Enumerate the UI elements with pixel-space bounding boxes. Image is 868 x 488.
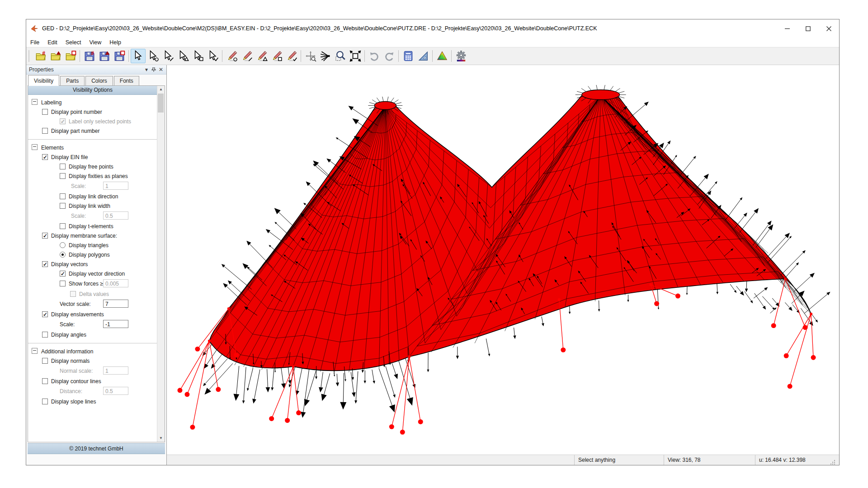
checkbox-display-link-width[interactable] — [60, 203, 66, 209]
menu-edit[interactable]: Edit — [43, 38, 61, 47]
enslavement-point[interactable] — [184, 392, 189, 397]
checkbox-display-free-points[interactable] — [60, 164, 66, 169]
resize-grip-icon[interactable] — [830, 460, 835, 465]
enslavement-point[interactable] — [400, 430, 405, 435]
tab-visibility[interactable]: Visibility — [28, 75, 59, 86]
enslavement-point[interactable] — [269, 416, 274, 421]
checkbox-display-link-direction[interactable] — [60, 193, 66, 199]
enslavement-point[interactable] — [190, 425, 195, 430]
input-vector-scale[interactable]: 7 — [103, 300, 128, 308]
input-scale[interactable]: 1 — [103, 182, 128, 190]
panel-scrollbar[interactable]: ▲ ▼ — [157, 86, 165, 442]
checkbox-display-point-number[interactable] — [42, 109, 48, 115]
enslavement-point[interactable] — [234, 352, 239, 357]
collapse-icon[interactable] — [32, 348, 38, 354]
collapse-icon[interactable] — [32, 144, 38, 150]
panel-pin-icon[interactable] — [150, 66, 157, 73]
tab-parts[interactable]: Parts — [60, 76, 85, 86]
select-points-tool[interactable] — [146, 49, 160, 63]
scroll-thumb[interactable] — [158, 94, 164, 113]
radio-display-polygons[interactable] — [60, 252, 66, 258]
enslavement-point[interactable] — [784, 353, 789, 358]
checkbox-label-only-selected-points[interactable]: ✓ — [60, 118, 66, 124]
enslavement-anchor[interactable] — [292, 365, 295, 368]
enslavement-point[interactable] — [296, 410, 301, 415]
enslavement-anchor[interactable] — [558, 298, 561, 301]
enslavement-point[interactable] — [389, 424, 394, 429]
radio-display-triangles[interactable] — [60, 242, 66, 248]
checkbox-display-vector-direction[interactable]: ✓ — [60, 271, 66, 277]
checkbox-display-angles[interactable] — [42, 332, 48, 338]
collapse-icon[interactable] — [32, 99, 38, 105]
menu-select[interactable]: Select — [61, 38, 85, 47]
settings-button[interactable] — [453, 49, 468, 63]
tab-fonts[interactable]: Fonts — [114, 76, 139, 86]
enslavement-point[interactable] — [654, 301, 659, 306]
enslavement-anchor[interactable] — [408, 355, 410, 358]
zoom-window-tool[interactable] — [333, 49, 348, 63]
zoom-fit-tool[interactable] — [348, 49, 363, 63]
minimize-button[interactable] — [777, 19, 797, 38]
enslavement-point[interactable] — [811, 355, 816, 360]
enslavement-point[interactable] — [788, 384, 793, 389]
section-labeling[interactable]: Labeling — [28, 98, 157, 108]
calculate-button[interactable] — [401, 49, 415, 63]
save-file-hash-button[interactable]: # — [82, 49, 97, 63]
checkbox-display-vectors[interactable]: ✓ — [42, 261, 48, 267]
draw-links-tool[interactable] — [239, 49, 254, 63]
measure-button[interactable] — [415, 49, 430, 63]
select-links-tool[interactable] — [160, 49, 175, 63]
section-additional-information[interactable]: Additional information — [28, 347, 157, 357]
checkbox-display-enslavements[interactable]: ✓ — [42, 311, 48, 317]
open-file-triangle-button[interactable] — [48, 49, 63, 63]
enslavement-point[interactable] — [803, 325, 808, 330]
enslavement-point[interactable] — [285, 418, 290, 423]
enslavement-point[interactable] — [675, 294, 680, 299]
enslavement-point[interactable] — [561, 347, 566, 352]
close-button[interactable] — [818, 19, 839, 38]
enslavement-point[interactable] — [771, 323, 776, 328]
membrane-scene[interactable] — [167, 65, 839, 455]
panel-close-icon[interactable]: ✕ — [157, 66, 165, 73]
checkbox-display-part-number[interactable] — [42, 128, 48, 134]
input-scale[interactable]: 0.5 — [103, 211, 128, 220]
checkbox-display-ein-file[interactable]: ✓ — [42, 154, 48, 160]
zoom-point-tool[interactable] — [318, 49, 333, 63]
select-anything-tool[interactable] — [131, 49, 146, 63]
input-distance[interactable]: 0.5 — [103, 387, 128, 395]
menu-view[interactable]: View — [85, 38, 105, 47]
menu-help[interactable]: Help — [105, 38, 125, 47]
checkbox-show-forces[interactable] — [60, 281, 66, 286]
enslavement-point[interactable] — [418, 419, 423, 424]
checkbox-display-fixities-as-planes[interactable] — [60, 173, 66, 179]
fem-view-button[interactable] — [434, 49, 449, 63]
scroll-up-icon[interactable]: ▲ — [157, 86, 165, 93]
enslavement-anchor[interactable] — [208, 339, 211, 342]
input-normal-scale[interactable]: 1 — [103, 366, 128, 375]
checkbox-display-membrane-surface[interactable]: ✓ — [42, 233, 48, 239]
open-file-square-button[interactable] — [63, 49, 78, 63]
draw-points-tool[interactable] — [224, 49, 239, 63]
drawing-canvas[interactable] — [167, 65, 839, 455]
save-file-square-button[interactable] — [112, 49, 127, 63]
input-scale[interactable]: -1 — [103, 320, 128, 328]
draw-squares-tool[interactable] — [269, 49, 284, 63]
menu-file[interactable]: File — [26, 38, 43, 47]
tab-colors[interactable]: Colors — [85, 76, 113, 86]
enslavement-point[interactable] — [195, 347, 200, 352]
panel-dropdown-icon[interactable]: ▾ — [143, 66, 150, 73]
draw-edges-tool[interactable] — [284, 49, 299, 63]
select-edges-tool[interactable] — [205, 49, 220, 63]
select-triangles-tool[interactable] — [175, 49, 190, 63]
undo-button[interactable] — [367, 49, 382, 63]
enslavement-point[interactable] — [177, 388, 182, 393]
select-squares-tool[interactable] — [190, 49, 205, 63]
scroll-down-icon[interactable]: ▼ — [157, 435, 165, 442]
enslavement-anchor[interactable] — [227, 307, 230, 310]
checkbox-display-slope-lines[interactable] — [42, 399, 48, 404]
enslavement-point[interactable] — [216, 387, 221, 392]
membrane-surface[interactable] — [209, 93, 811, 371]
checkbox-delta-values[interactable] — [70, 291, 76, 297]
enslavement-anchor[interactable] — [784, 277, 787, 280]
open-file-hash-button[interactable]: # — [33, 49, 48, 63]
